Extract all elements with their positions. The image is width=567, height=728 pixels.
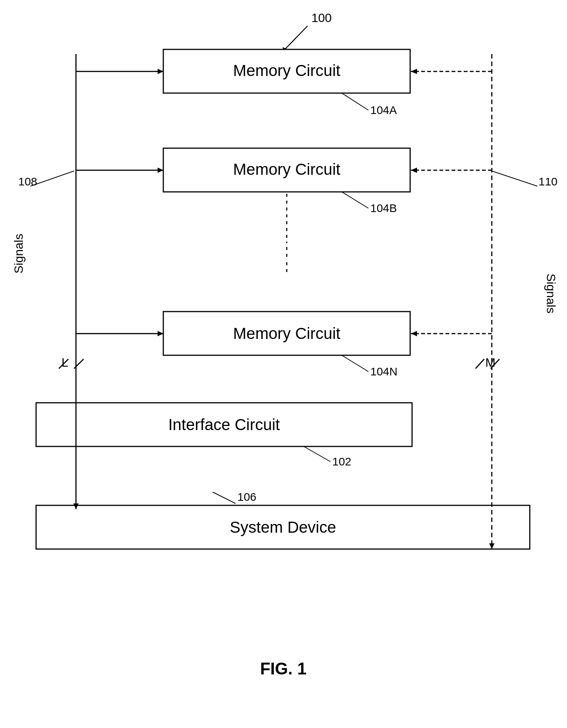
- svg-marker-28: [411, 331, 417, 336]
- label-L: L: [62, 356, 68, 369]
- svg-marker-24: [411, 69, 417, 74]
- diagram-container: 100 Memory Circuit 104A Memory Circuit 1…: [0, 0, 567, 728]
- svg-line-22: [492, 171, 537, 186]
- ref-104n: 104N: [370, 365, 398, 378]
- memory-circuit-n-label: Memory Circuit: [233, 324, 341, 342]
- svg-line-3: [342, 192, 368, 208]
- ref-104b: 104B: [370, 202, 397, 214]
- svg-line-8: [304, 446, 330, 462]
- svg-line-2: [342, 93, 368, 110]
- svg-line-0: [285, 26, 308, 49]
- ref-106: 106: [237, 491, 256, 503]
- svg-marker-16: [158, 331, 163, 336]
- svg-marker-14: [158, 168, 163, 173]
- interface-circuit-label: Interface Circuit: [168, 416, 280, 434]
- signals-right-label: Signals: [544, 274, 558, 313]
- signals-left-label: Signals: [12, 234, 25, 274]
- circuit-diagram: 100 Memory Circuit 104A Memory Circuit 1…: [0, 0, 567, 728]
- memory-circuit-a-label: Memory Circuit: [233, 62, 341, 79]
- fig-label: FIG. 1: [260, 659, 306, 678]
- svg-line-7: [342, 355, 368, 372]
- svg-line-32: [213, 492, 235, 503]
- svg-marker-26: [411, 168, 417, 173]
- memory-circuit-b-label: Memory Circuit: [233, 160, 341, 178]
- ref-110: 110: [539, 175, 558, 188]
- ref-100: 100: [311, 11, 332, 25]
- ref-102: 102: [332, 455, 351, 468]
- svg-line-29: [475, 359, 484, 369]
- ref-108: 108: [18, 175, 37, 188]
- label-M: M: [485, 356, 496, 369]
- ref-104a: 104A: [370, 104, 397, 116]
- svg-marker-12: [158, 69, 163, 74]
- system-device-label: System Device: [230, 518, 336, 536]
